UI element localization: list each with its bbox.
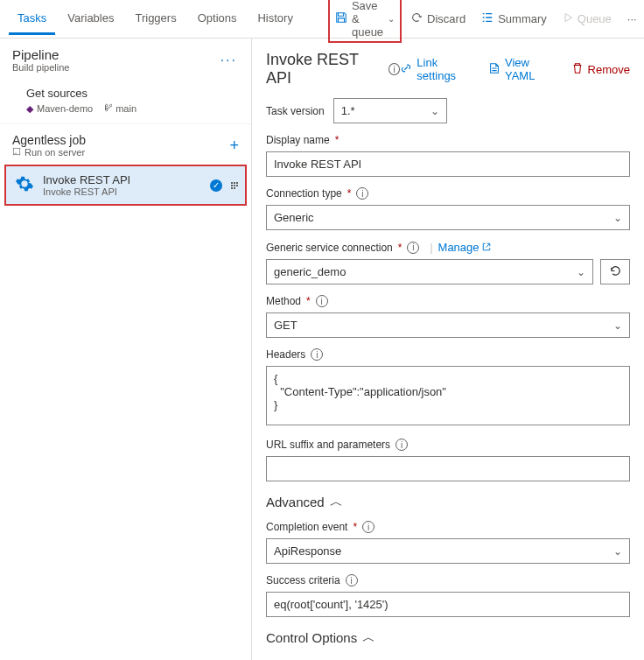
job-subtitle: Run on server	[24, 147, 85, 158]
undo-icon	[410, 11, 423, 26]
pipeline-more-button[interactable]: ···	[220, 53, 237, 68]
conn-type-value: Generic	[274, 211, 314, 224]
more-actions-button[interactable]: ···	[620, 8, 644, 30]
gear-icon	[15, 174, 34, 196]
info-icon[interactable]: i	[407, 242, 419, 254]
tab-triggers[interactable]: Triggers	[126, 3, 185, 35]
view-yaml-label: View YAML	[505, 56, 557, 82]
refresh-icon	[609, 264, 622, 280]
trash-icon	[571, 62, 584, 77]
service-conn-value: generic_demo	[274, 265, 346, 278]
sidebar: Pipeline Build pipeline ··· Get sources …	[0, 39, 252, 660]
tab-variables[interactable]: Variables	[59, 3, 122, 35]
status-success-icon: ✓	[210, 179, 222, 192]
svg-rect-0	[13, 148, 20, 155]
info-icon[interactable]: i	[346, 574, 358, 586]
advanced-label: Advanced	[266, 495, 325, 509]
drag-handle-icon[interactable]	[231, 182, 238, 189]
top-toolbar: Tasks Variables Triggers Options History…	[0, 0, 644, 39]
play-icon	[563, 12, 573, 25]
url-suffix-label: URL suffix and parameters	[266, 439, 390, 451]
add-task-button[interactable]: +	[229, 137, 239, 155]
manage-link[interactable]: Manage	[438, 241, 491, 254]
view-yaml-button[interactable]: View YAML	[488, 56, 557, 82]
pipeline-subtitle: Build pipeline	[12, 62, 69, 73]
task-item-invoke-rest-api[interactable]: Invoke REST API Invoke REST API ✓	[6, 166, 245, 204]
success-criteria-input[interactable]	[266, 592, 630, 617]
completion-value: ApiResponse	[274, 544, 341, 558]
headers-label: Headers	[266, 348, 305, 361]
tab-tasks[interactable]: Tasks	[9, 3, 55, 35]
job-title: Agentless job	[12, 133, 86, 147]
remove-label: Remove	[588, 63, 630, 76]
summary-label: Summary	[498, 12, 547, 25]
list-icon	[481, 11, 494, 26]
manage-label: Manage	[438, 241, 480, 254]
summary-button[interactable]: Summary	[474, 7, 554, 31]
queue-button: Queue	[556, 8, 619, 30]
pipeline-header[interactable]: Pipeline Build pipeline ···	[0, 39, 251, 78]
save-queue-label: Save & queue	[352, 0, 383, 39]
link-settings-button[interactable]: Link settings	[400, 56, 474, 82]
repo-name: Maven-demo	[37, 103, 93, 114]
save-and-queue-button[interactable]: Save & queue ⌄	[328, 0, 402, 43]
info-icon[interactable]: i	[311, 348, 323, 361]
external-link-icon	[482, 241, 491, 254]
success-label: Success criteria	[266, 574, 340, 586]
info-icon[interactable]: i	[362, 521, 374, 533]
method-select[interactable]: GET ⌄	[266, 312, 630, 338]
chevron-down-icon: ⌄	[613, 545, 622, 558]
branch-name: main	[116, 103, 136, 114]
svg-rect-1	[15, 153, 18, 154]
info-icon[interactable]: i	[316, 295, 328, 307]
advanced-section-header[interactable]: Advanced ︿	[266, 494, 630, 510]
task-item-title: Invoke REST API	[43, 173, 201, 186]
display-name-input[interactable]	[266, 151, 630, 177]
completion-label: Completion event	[266, 521, 347, 533]
branch-icon	[103, 102, 112, 115]
headers-textarea[interactable]: { "Content-Type":"application/json" }	[266, 366, 630, 425]
chevron-down-icon: ⌄	[577, 266, 585, 278]
conn-type-label: Connection type	[266, 187, 342, 200]
url-suffix-input[interactable]	[266, 456, 630, 481]
chevron-up-icon: ︿	[330, 494, 343, 510]
repo-icon: ◆	[26, 103, 33, 115]
discard-button[interactable]: Discard	[403, 7, 472, 31]
task-version-label: Task version	[266, 105, 325, 117]
info-icon[interactable]: i	[356, 187, 368, 200]
agentless-job-item[interactable]: Agentless job Run on server +	[0, 123, 251, 165]
info-icon[interactable]: i	[388, 63, 400, 75]
get-sources-title: Get sources	[26, 87, 239, 100]
chevron-down-icon: ⌄	[613, 319, 622, 332]
task-form: Invoke REST API i Link settings View YAM…	[252, 39, 644, 660]
chevron-down-icon: ⌄	[613, 212, 622, 224]
tab-options[interactable]: Options	[189, 3, 246, 35]
task-version-value: 1.*	[341, 104, 355, 117]
pipeline-title: Pipeline	[12, 47, 69, 62]
service-conn-label: Generic service connection	[266, 242, 393, 254]
main-container: Pipeline Build pipeline ··· Get sources …	[0, 39, 644, 660]
tab-history[interactable]: History	[248, 3, 301, 35]
task-item-subtitle: Invoke REST API	[43, 186, 201, 197]
link-icon	[400, 62, 412, 77]
task-version-select[interactable]: 1.* ⌄	[333, 98, 447, 123]
save-icon	[335, 11, 347, 26]
server-icon	[12, 147, 21, 158]
form-title: Invoke REST API	[266, 51, 382, 88]
info-icon[interactable]: i	[396, 439, 408, 451]
completion-event-select[interactable]: ApiResponse ⌄	[266, 538, 630, 564]
link-settings-label: Link settings	[416, 56, 474, 82]
remove-button[interactable]: Remove	[571, 62, 630, 77]
more-icon: ···	[627, 12, 637, 25]
yaml-icon	[488, 62, 500, 77]
selected-task-highlight: Invoke REST API Invoke REST API ✓	[4, 165, 247, 206]
top-tabs: Tasks Variables Triggers Options History	[9, 3, 302, 35]
get-sources-item[interactable]: Get sources ◆ Maven-demo main	[0, 78, 251, 123]
service-connection-select[interactable]: generic_demo ⌄	[266, 259, 593, 284]
chevron-down-icon: ⌄	[388, 14, 395, 24]
method-value: GET	[274, 319, 298, 332]
connection-type-select[interactable]: Generic ⌄	[266, 205, 630, 230]
control-options-section-header[interactable]: Control Options ︿	[266, 629, 630, 646]
top-actions: Save & queue ⌄ Discard Summary Queue ···	[302, 0, 644, 43]
refresh-button[interactable]	[600, 259, 630, 284]
